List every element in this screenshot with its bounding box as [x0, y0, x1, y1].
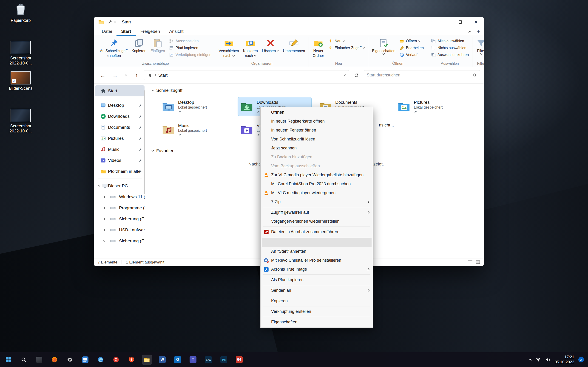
- search-box[interactable]: [364, 70, 480, 80]
- sidebar-item-start[interactable]: Start: [95, 85, 145, 96]
- copy-to-button[interactable]: Kopieren nach: [242, 37, 259, 59]
- back-button[interactable]: ←: [98, 70, 108, 80]
- desktop-icon-screenshot-2[interactable]: Screenshot2022-10-0...: [6, 109, 36, 133]
- taskbar-search-button[interactable]: [19, 355, 29, 365]
- hidden-icons-chevron-icon[interactable]: [529, 359, 532, 362]
- search-input[interactable]: [367, 73, 471, 78]
- context-menu-item-open-new-window[interactable]: In neuem Fenster öffnen: [260, 126, 373, 135]
- open-button[interactable]: Öffnen: [398, 38, 425, 44]
- taskbar-settings-button[interactable]: [65, 355, 75, 365]
- filter-button[interactable]: Filter: [475, 37, 484, 55]
- context-menu-item-copy-as-path[interactable]: Als Pfad kopieren: [260, 275, 373, 284]
- plus-icon[interactable]: +: [477, 29, 480, 34]
- delete-button[interactable]: Löschen: [260, 37, 281, 54]
- desktop-icon-screenshot-1[interactable]: Screenshot2022-10-0...: [6, 41, 36, 66]
- sidebar-item-pictures[interactable]: Pictures: [95, 133, 145, 144]
- pin-to-quick-access-button[interactable]: An Schnellzugriff anheften: [98, 37, 129, 59]
- sidebar-item-this-pc[interactable]: Dieser PC: [95, 180, 145, 192]
- sidebar-item-videos[interactable]: Videos: [95, 155, 145, 166]
- context-menu-item-give-access[interactable]: Zugriff gewähren auf: [260, 208, 373, 217]
- maximize-button[interactable]: [452, 17, 468, 27]
- clock[interactable]: 17:21 05.10.2022: [555, 355, 574, 365]
- close-button[interactable]: ×: [468, 17, 484, 27]
- taskbar-blue-app-button[interactable]: [80, 355, 90, 365]
- favorites-section-header[interactable]: Favoriten: [152, 148, 174, 153]
- paste-shortcut-button[interactable]: Verknüpfung einfügen: [167, 51, 213, 58]
- recent-locations-button[interactable]: [122, 70, 129, 80]
- desktop-icon-bilder-scans[interactable]: ↗ Bilder-Scans: [6, 71, 36, 91]
- chevron-right-icon[interactable]: [103, 196, 105, 198]
- details-view-icon[interactable]: [468, 260, 472, 264]
- sidebar-item-drive-e2[interactable]: Sicherung (E:): [95, 235, 145, 247]
- volume-icon[interactable]: [545, 357, 551, 362]
- context-menu-item-properties[interactable]: Eigenschaften: [260, 318, 373, 327]
- ribbon-collapse-icon[interactable]: [468, 31, 471, 34]
- context-menu-item-corel-browse[interactable]: Mit Corel PaintShop Pro 2023 durchsuchen: [260, 179, 373, 188]
- context-menu-item-send-to[interactable]: Senden an: [260, 286, 373, 295]
- context-menu-item-open[interactable]: Öffnen: [260, 108, 373, 117]
- edit-button[interactable]: Bearbeiten: [398, 44, 425, 51]
- chevron-right-icon[interactable]: [103, 218, 105, 220]
- chevron-right-icon[interactable]: [103, 229, 105, 231]
- taskbar-teams-button[interactable]: T: [188, 355, 198, 365]
- history-button[interactable]: Verlauf: [398, 51, 425, 58]
- breadcrumb[interactable]: Start: [144, 70, 349, 80]
- new-item-button[interactable]: Neu: [327, 38, 366, 44]
- tab-ansicht[interactable]: Ansicht: [164, 27, 188, 36]
- context-menu-item-acrobat-combine[interactable]: Dateien in Acrobat zusammenführen...: [260, 227, 373, 236]
- taskbar-firefox-button[interactable]: [49, 355, 60, 365]
- context-menu-item-scan-now[interactable]: Jetzt scannen: [260, 144, 373, 153]
- copy-path-button[interactable]: Pfad kopieren: [167, 44, 213, 51]
- context-menu-item-restore-versions[interactable]: Vorgängerversionen wiederherstellen: [260, 217, 373, 226]
- new-folder-button[interactable]: Neuer Ordner: [311, 37, 326, 59]
- tab-datei[interactable]: Datei: [97, 27, 116, 36]
- taskbar-aida64-button[interactable]: 64: [234, 355, 244, 365]
- sidebar-item-documents[interactable]: Documents: [95, 122, 145, 133]
- up-button[interactable]: ↑: [132, 70, 142, 80]
- context-menu-item-copy[interactable]: Kopieren: [260, 297, 373, 306]
- cut-button[interactable]: Ausschneiden: [167, 38, 213, 44]
- taskbar-brave-button[interactable]: [126, 355, 137, 365]
- move-to-button[interactable]: Verschieben nach: [217, 37, 241, 59]
- taskbar-edge-button[interactable]: [95, 355, 106, 365]
- taskbar-lightroom-button[interactable]: LrC: [203, 355, 214, 365]
- tile-desktop[interactable]: Desktop Lokal gespeichert: [159, 97, 233, 116]
- chevron-down-icon[interactable]: [114, 20, 116, 23]
- sidebar-item-drive-c[interactable]: Windows 11 (C:): [95, 192, 145, 202]
- rename-button[interactable]: Umbenennen: [281, 37, 307, 54]
- sidebar-item-music[interactable]: Music: [95, 144, 145, 155]
- invert-selection-button[interactable]: Auswahl umkehren: [429, 51, 470, 58]
- wifi-icon[interactable]: [535, 357, 541, 362]
- context-menu-item-pin-to-start[interactable]: An "Start" anheften: [260, 247, 373, 256]
- context-menu-item-create-shortcut[interactable]: Verknüpfung erstellen: [260, 307, 373, 316]
- sidebar-item-drive-d[interactable]: Programme (D:): [95, 202, 145, 213]
- taskbar-word-button[interactable]: W: [157, 355, 167, 365]
- chevron-right-icon[interactable]: [103, 207, 105, 209]
- context-menu-item-blank[interactable]: [262, 238, 372, 247]
- context-menu-item-7zip[interactable]: 7-Zip: [260, 197, 373, 206]
- context-menu-item-vlc-play[interactable]: Mit VLC media player wiedergeben: [260, 188, 373, 197]
- taskbar-dark-app-button[interactable]: [34, 355, 44, 365]
- quick-access-section-header[interactable]: Schnellzugriff: [152, 88, 182, 93]
- easy-access-button[interactable]: Einfacher Zugriff: [327, 44, 366, 51]
- tab-freigeben[interactable]: Freigeben: [136, 27, 165, 36]
- chevron-down-icon[interactable]: [344, 74, 346, 76]
- select-all-button[interactable]: Alles auswählen: [429, 38, 470, 44]
- context-menu-item-revo-uninstall[interactable]: Mit Revo Uninstaller Pro deinstallieren: [260, 256, 373, 265]
- context-menu-item-vlc-add-playlist[interactable]: Zur VLC media player Wiedergabeliste hin…: [260, 171, 373, 179]
- wrench-icon[interactable]: [108, 20, 112, 24]
- breadcrumb-segment[interactable]: Start: [158, 73, 167, 78]
- chevron-down-icon[interactable]: [103, 239, 105, 242]
- title-bar[interactable]: Start ×: [94, 17, 484, 27]
- sidebar-item-usb-drive[interactable]: USB-Laufwerk: [95, 225, 145, 235]
- select-none-button[interactable]: Nichts auswählen: [429, 44, 470, 51]
- sidebar-item-pforzheim[interactable]: Pforzheim in alte: [95, 166, 145, 177]
- sidebar-scrollbar[interactable]: [144, 91, 145, 194]
- taskbar-outlook-button[interactable]: O: [173, 355, 183, 365]
- tile-pictures[interactable]: Pictures Lokal gespeichert: [395, 97, 468, 116]
- start-button[interactable]: [3, 355, 13, 365]
- notification-badge[interactable]: 3: [578, 357, 584, 362]
- tile-music[interactable]: Music Lokal gespeichert: [159, 120, 233, 139]
- copy-button[interactable]: Kopieren: [130, 37, 148, 54]
- properties-button[interactable]: Eigenschaften: [370, 37, 397, 55]
